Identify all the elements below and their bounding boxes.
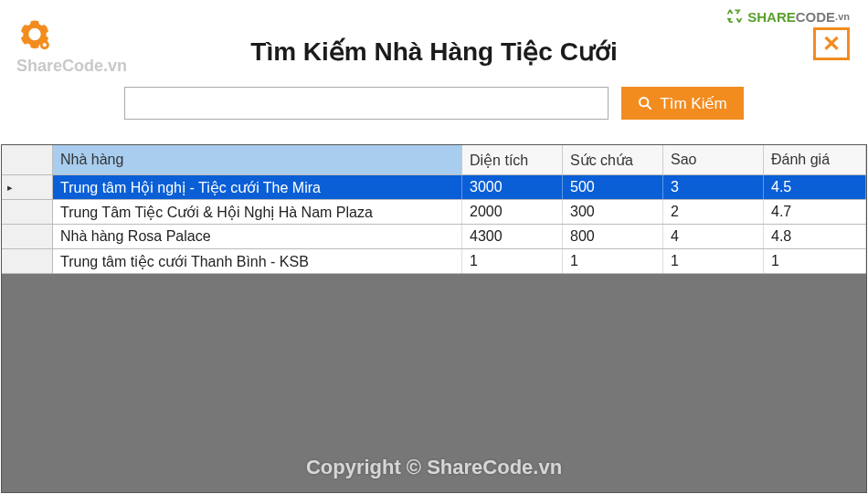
recycle-icon [725, 7, 744, 26]
cell-name: Trung Tâm Tiệc Cưới & Hội Nghị Hà Nam Pl… [53, 200, 462, 224]
cell-capacity: 800 [563, 225, 663, 248]
cell-area: 2000 [462, 200, 563, 224]
svg-point-1 [43, 43, 47, 47]
header: ShareCode.vn SHARECODE.vn ✕ Tìm Kiếm Nhà… [0, 0, 868, 137]
cell-star: 4 [663, 225, 764, 248]
cell-area: 4300 [462, 225, 563, 248]
table-row[interactable]: Trung Tâm Tiệc Cưới & Hội Nghị Hà Nam Pl… [2, 200, 866, 225]
logo-text-code: CODE [796, 9, 835, 25]
table-row[interactable]: ▸Trung tâm Hội nghị - Tiệc cưới The Mira… [2, 175, 866, 200]
cell-star: 2 [663, 200, 764, 224]
cell-capacity: 300 [563, 200, 663, 224]
cell-area: 1 [462, 249, 563, 273]
cell-capacity: 1 [563, 249, 663, 273]
cell-name: Trung tâm tiệc cưới Thanh Bình - KSB [53, 249, 462, 273]
cell-name: Nhà hàng Rosa Palace [53, 225, 462, 248]
col-header-name[interactable]: Nhà hàng [53, 145, 462, 174]
row-indicator [2, 249, 53, 273]
svg-line-3 [647, 105, 651, 110]
col-header-star[interactable]: Sao [663, 145, 764, 174]
row-indicator [2, 200, 53, 224]
search-row: Tìm Kiếm [18, 87, 850, 120]
table-row[interactable]: Trung tâm tiệc cưới Thanh Bình - KSB1111 [2, 249, 866, 274]
col-header-area[interactable]: Diện tích [462, 145, 563, 174]
close-icon: ✕ [822, 33, 841, 55]
cell-rating: 1 [764, 249, 866, 273]
cell-rating: 4.8 [764, 225, 866, 248]
logo-text-share: SHARE [747, 9, 796, 25]
grid-header-row: Nhà hàng Diện tích Sức chứa Sao Đánh giá [2, 145, 866, 175]
cell-star: 1 [663, 249, 764, 273]
row-indicator-header [2, 145, 53, 174]
cell-name: Trung tâm Hội nghị - Tiệc cưới The Mira [53, 175, 462, 199]
cell-star: 3 [663, 175, 764, 199]
search-button[interactable]: Tìm Kiếm [621, 87, 743, 120]
cell-area: 3000 [462, 175, 563, 199]
svg-point-2 [640, 98, 648, 106]
settings-gear-icon [16, 18, 53, 55]
results-grid: Nhà hàng Diện tích Sức chứa Sao Đánh giá… [1, 144, 867, 493]
cell-capacity: 500 [563, 175, 663, 199]
close-button[interactable]: ✕ [813, 27, 850, 60]
search-input[interactable] [124, 87, 609, 120]
page-title: Tìm Kiếm Nhà Hàng Tiệc Cưới [18, 37, 850, 67]
cell-rating: 4.5 [764, 175, 866, 199]
sharecode-logo: SHARECODE.vn [725, 7, 850, 26]
row-indicator [2, 225, 53, 248]
row-indicator: ▸ [2, 175, 53, 199]
search-icon [638, 96, 652, 110]
col-header-capacity[interactable]: Sức chứa [563, 145, 663, 174]
grid-body: ▸Trung tâm Hội nghị - Tiệc cưới The Mira… [2, 175, 866, 274]
search-button-label: Tìm Kiếm [660, 94, 726, 113]
table-row[interactable]: Nhà hàng Rosa Palace430080044.8 [2, 225, 866, 249]
watermark-top: ShareCode.vn [16, 57, 127, 76]
cell-rating: 4.7 [764, 200, 866, 224]
logo-text-vn: .vn [835, 11, 850, 22]
col-header-rating[interactable]: Đánh giá [764, 145, 866, 174]
